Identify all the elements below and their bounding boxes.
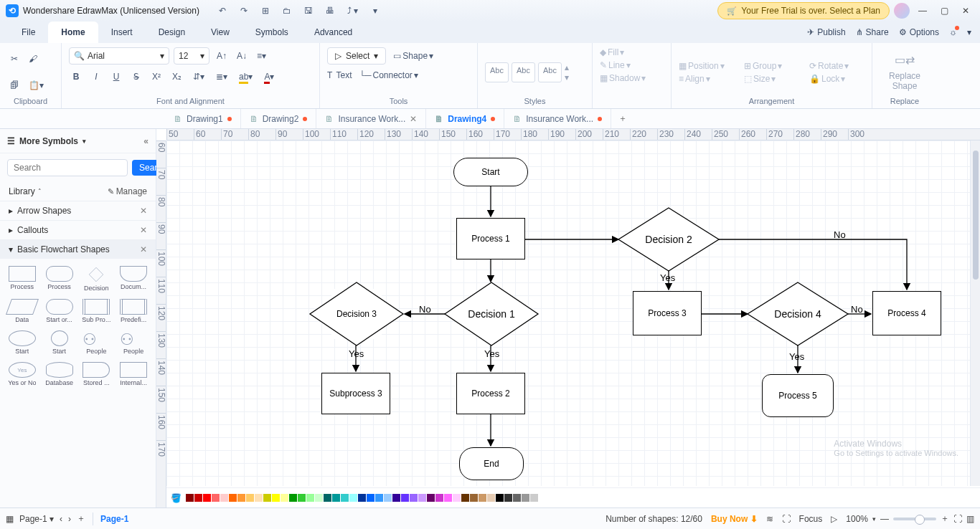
cat-callouts[interactable]: ▸ Callouts✕ (0, 220, 156, 239)
zoom-slider[interactable] (893, 518, 936, 520)
superscript-icon[interactable]: X² (149, 69, 164, 85)
page-select[interactable]: Page-1 ▾ (19, 514, 54, 524)
color-swatch[interactable] (470, 494, 478, 502)
fullscreen-icon[interactable]: ⛶ (782, 514, 791, 524)
fit-page-icon[interactable]: ⛶ (953, 514, 962, 524)
shape-tool[interactable]: ▭ Shape ▾ (393, 47, 433, 65)
node-decision-4[interactable]: Decision 4 (748, 282, 848, 345)
color-swatch[interactable] (453, 494, 461, 502)
color-swatch[interactable] (487, 494, 495, 502)
layers-icon[interactable]: ≋ (766, 514, 773, 524)
print-icon[interactable]: 🖶 (323, 3, 337, 19)
shrink-font-icon[interactable]: A↓ (234, 48, 250, 64)
canvas[interactable]: Start Process 1 Decision 1 Decision 3 De… (166, 140, 980, 486)
shape-people-1[interactable]: People (79, 328, 115, 358)
next-page-icon[interactable]: › (68, 514, 71, 524)
shape-internal[interactable]: Internal... (116, 359, 151, 389)
minimize-button[interactable]: — (914, 6, 931, 16)
color-swatch[interactable] (212, 494, 220, 502)
style-down-icon[interactable]: ▾ (565, 72, 569, 82)
font-size-select[interactable]: 12▾ (174, 47, 209, 65)
line-spacing-icon[interactable]: ⇵▾ (190, 69, 207, 85)
doc-tab[interactable]: 🗎Drawing4 (426, 109, 504, 128)
color-swatch[interactable] (298, 494, 306, 502)
shape-data[interactable]: Data (4, 296, 40, 326)
menu-file[interactable]: File (9, 22, 48, 43)
collapse-ribbon-icon[interactable]: ▾ (967, 27, 971, 37)
node-process-2[interactable]: Process 2 (456, 373, 525, 414)
color-swatch[interactable] (237, 494, 245, 502)
color-swatch[interactable] (530, 494, 538, 502)
node-process-4[interactable]: Process 4 (872, 291, 941, 335)
node-decision-1-shape[interactable]: Decision 1 (445, 282, 538, 345)
style-up-icon[interactable]: ▴ (565, 62, 569, 72)
notifications-icon[interactable]: ☼ (949, 27, 957, 37)
group-button[interactable]: ⊞ Group▾ (744, 61, 799, 71)
shadow-button[interactable]: ▦ Shadow▾ (600, 73, 646, 83)
doc-tab[interactable]: 🗎Drawing1 (165, 109, 241, 128)
undo-icon[interactable]: ↶ (215, 3, 230, 19)
color-swatch[interactable] (186, 494, 194, 502)
select-tool[interactable]: ▷ Select ▾ (327, 47, 386, 65)
shape-database[interactable]: Database (42, 359, 77, 389)
bold-icon[interactable]: B (69, 69, 83, 85)
collapse-sidebar-icon[interactable]: « (143, 136, 149, 146)
doc-tab[interactable]: 🗎Drawing2 (241, 109, 317, 128)
open-icon[interactable]: 🗀 (280, 3, 294, 19)
align-menu-icon[interactable]: ≡▾ (254, 48, 269, 64)
close-cat-icon[interactable]: ✕ (140, 225, 147, 235)
options-button[interactable]: ⚙ Options (899, 27, 939, 37)
font-family-select[interactable]: 🔍 Arial▾ (69, 47, 169, 65)
color-swatch[interactable] (401, 494, 409, 502)
cut-icon[interactable]: ✂ (7, 51, 22, 67)
color-swatch[interactable] (263, 494, 271, 502)
color-swatch[interactable] (513, 494, 521, 502)
cat-basic-flowchart[interactable]: ▾ Basic Flowchart Shapes✕ (0, 239, 156, 259)
panels-icon[interactable]: ▥ (966, 514, 974, 524)
color-swatch[interactable] (427, 494, 435, 502)
format-painter-icon[interactable]: 🖌 (26, 51, 40, 67)
maximize-button[interactable]: ▢ (936, 6, 953, 16)
menu-insert[interactable]: Insert (98, 22, 146, 43)
color-swatch[interactable] (255, 494, 263, 502)
font-color-icon[interactable]: A▾ (261, 69, 277, 85)
menu-symbols[interactable]: Symbols (242, 22, 301, 43)
menu-home[interactable]: Home (48, 22, 98, 43)
color-swatch[interactable] (435, 494, 443, 502)
connector-tool[interactable]: └─ Connector ▾ (359, 70, 418, 80)
node-process-5[interactable]: Process 5 (762, 374, 834, 417)
publish-button[interactable]: ✈ Publish (807, 27, 845, 37)
more-symbols-header[interactable]: ☰More Symbols▾ « (0, 129, 156, 153)
new-icon[interactable]: ⊞ (258, 3, 273, 19)
color-swatch[interactable] (410, 494, 418, 502)
shape-process-round[interactable]: Process (42, 263, 77, 295)
library-row[interactable]: Library˄ ✎ Manage (0, 182, 156, 201)
menu-design[interactable]: Design (146, 22, 198, 43)
color-swatch[interactable] (375, 494, 383, 502)
shape-people-2[interactable]: People (116, 328, 151, 358)
color-swatch[interactable] (367, 494, 374, 502)
color-swatch[interactable] (496, 494, 504, 502)
color-swatch[interactable] (324, 494, 331, 502)
strikethrough-icon[interactable]: S̶ (129, 69, 143, 85)
color-swatch[interactable] (281, 494, 288, 502)
color-swatch[interactable] (522, 494, 529, 502)
shape-process[interactable]: Process (4, 263, 40, 295)
color-swatch[interactable] (384, 494, 392, 502)
color-swatch[interactable] (479, 494, 486, 502)
save-icon[interactable]: 🖫 (301, 3, 316, 19)
style-preset-2[interactable]: Abc (512, 62, 535, 82)
node-process-3[interactable]: Process 3 (633, 291, 702, 335)
node-process-1[interactable]: Process 1 (456, 218, 525, 259)
copy-icon[interactable]: 🗐 (7, 77, 22, 93)
close-button[interactable]: ✕ (957, 6, 974, 16)
paste-icon[interactable]: 📋▾ (26, 77, 47, 93)
shape-subprocess[interactable]: Sub Pro... (79, 296, 115, 326)
share-button[interactable]: ⋔ Share (856, 27, 889, 37)
highlight-icon[interactable]: ab▾ (236, 69, 255, 85)
color-swatch[interactable] (332, 494, 340, 502)
color-swatch[interactable] (341, 494, 349, 502)
manage-link[interactable]: ✎ Manage (108, 186, 147, 196)
color-swatch[interactable] (289, 494, 297, 502)
close-cat-icon[interactable]: ✕ (140, 206, 147, 216)
